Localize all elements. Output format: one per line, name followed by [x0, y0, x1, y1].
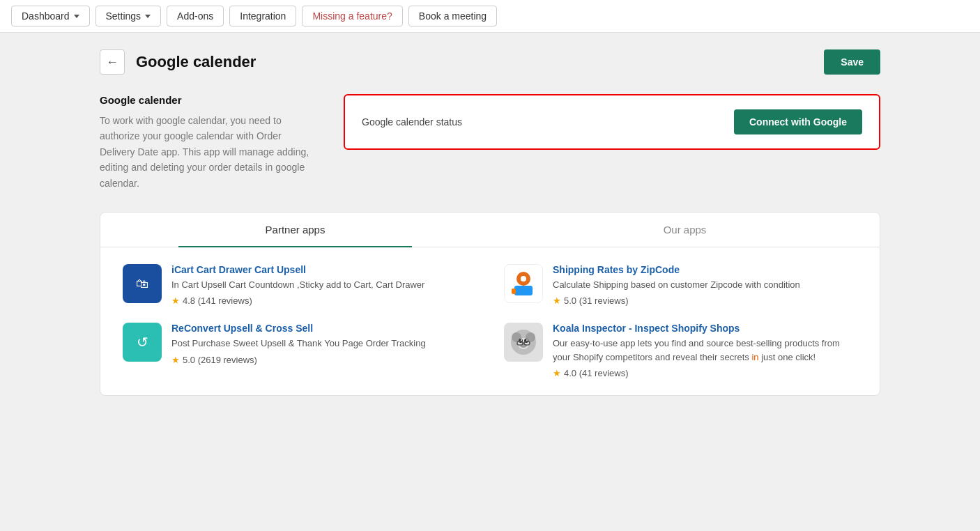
top-nav: Dashboard Settings Add-ons Integration M… — [0, 0, 980, 33]
back-button[interactable]: ← — [100, 49, 125, 75]
reconvert-title[interactable]: ReConvert Upsell & Cross Sell — [171, 323, 426, 334]
status-label: Google calender status — [362, 116, 462, 128]
dashboard-chevron-icon — [74, 15, 79, 18]
connect-with-google-button[interactable]: Connect with Google — [734, 109, 862, 134]
shipping-description: Calculate Shipping based on customer Zip… — [553, 278, 800, 292]
icart-icon: 🛍 — [123, 264, 162, 303]
tab-our-apps-label: Our apps — [664, 224, 707, 236]
apps-grid: 🛍 iCart Cart Drawer Cart Upsell In Cart … — [100, 247, 880, 379]
addons-button[interactable]: Add-ons — [167, 6, 224, 26]
main-content: ← Google calender Save Google calender T… — [72, 33, 908, 413]
page-header: ← Google calender Save — [100, 49, 880, 75]
book-meeting-button[interactable]: Book a meeting — [408, 6, 497, 26]
icart-rating: ★4.8 (141 reviews) — [171, 295, 424, 306]
koala-title[interactable]: Koala Inspector - Inspect Shopify Shops — [553, 323, 857, 334]
settings-button[interactable]: Settings — [95, 6, 162, 26]
tab-partner-apps[interactable]: Partner apps — [100, 213, 490, 247]
book-label: Book a meeting — [419, 10, 487, 22]
svg-point-3 — [521, 276, 526, 282]
settings-chevron-icon — [145, 15, 151, 18]
svg-text:🛍: 🛍 — [136, 277, 148, 291]
star-icon: ★ — [171, 355, 180, 365]
missing-feature-button[interactable]: Missing a feature? — [302, 6, 402, 26]
section-description: To work with google calendar, you need t… — [100, 113, 316, 191]
status-card: Google calender status Connect with Goog… — [344, 94, 880, 150]
star-icon: ★ — [553, 368, 561, 378]
svg-rect-4 — [514, 286, 533, 295]
icart-title[interactable]: iCart Cart Drawer Cart Upsell — [171, 264, 424, 275]
addons-label: Add-ons — [177, 10, 213, 22]
tab-partner-apps-label: Partner apps — [266, 224, 326, 236]
svg-point-14 — [521, 339, 522, 341]
list-item: 🛍 iCart Cart Drawer Cart Upsell In Cart … — [123, 264, 476, 307]
section-left: Google calender To work with google cale… — [100, 94, 316, 191]
page-title: Google calender — [136, 53, 256, 71]
koala-icon — [504, 323, 543, 362]
icart-info: iCart Cart Drawer Cart Upsell In Cart Up… — [171, 264, 424, 307]
svg-point-15 — [526, 339, 528, 341]
reconvert-info: ReConvert Upsell & Cross Sell Post Purch… — [171, 323, 426, 365]
svg-point-16 — [520, 344, 527, 348]
svg-text:↺: ↺ — [137, 334, 148, 350]
koala-description: Our easy-to-use app lets you find and so… — [553, 337, 857, 364]
koala-info: Koala Inspector - Inspect Shopify Shops … — [553, 323, 857, 378]
section-heading: Google calender — [100, 94, 316, 106]
shipping-rating: ★5.0 (31 reviews) — [553, 295, 800, 306]
koala-rating: ★4.0 (41 reviews) — [553, 368, 857, 378]
integration-button[interactable]: Integration — [229, 6, 296, 26]
partner-apps-card: Partner apps Our apps 🛍 iCart Cart Drawe… — [100, 212, 880, 397]
integration-label: Integration — [240, 10, 286, 22]
reconvert-icon: ↺ — [123, 323, 162, 362]
settings-label: Settings — [106, 10, 141, 22]
shipping-icon-svg — [506, 266, 541, 301]
koala-icon-svg — [506, 325, 541, 360]
svg-rect-5 — [512, 288, 516, 294]
section-right: Google calender status Connect with Goog… — [344, 94, 880, 150]
list-item: ↺ ReConvert Upsell & Cross Sell Post Pur… — [123, 323, 476, 378]
list-item: Koala Inspector - Inspect Shopify Shops … — [504, 323, 857, 378]
save-button[interactable]: Save — [824, 49, 880, 75]
tab-our-apps[interactable]: Our apps — [490, 213, 880, 247]
star-icon: ★ — [553, 295, 561, 306]
shipping-info: Shipping Rates by ZipCode Calculate Ship… — [553, 264, 800, 307]
dashboard-label: Dashboard — [22, 10, 70, 22]
page-header-left: ← Google calender — [100, 49, 256, 75]
dashboard-button[interactable]: Dashboard — [11, 6, 90, 26]
reconvert-description: Post Purchase Sweet Upsell & Thank You P… — [171, 337, 426, 351]
status-section: Google calender To work with google cale… — [100, 94, 880, 191]
reconvert-icon-svg: ↺ — [128, 328, 156, 356]
icart-icon-svg: 🛍 — [128, 270, 156, 298]
reconvert-rating: ★5.0 (2619 reviews) — [171, 355, 426, 365]
missing-label: Missing a feature? — [312, 10, 392, 22]
tabs-row: Partner apps Our apps — [100, 213, 880, 247]
shipping-title[interactable]: Shipping Rates by ZipCode — [553, 264, 800, 275]
shipping-icon — [504, 264, 543, 303]
icart-description: In Cart Upsell Cart Countdown ,Sticky ad… — [171, 278, 424, 292]
list-item: Shipping Rates by ZipCode Calculate Ship… — [504, 264, 857, 307]
star-icon: ★ — [171, 295, 180, 306]
